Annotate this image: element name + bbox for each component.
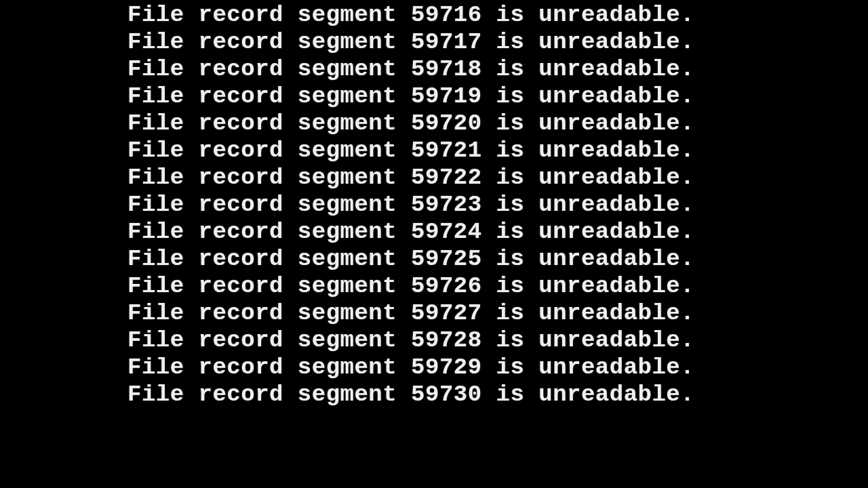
message-prefix: File record segment: [127, 219, 411, 245]
message-suffix: is unreadable.: [482, 219, 695, 245]
segment-number: 59722: [411, 165, 482, 190]
segment-number: 59723: [411, 192, 482, 218]
message-prefix: File record segment: [127, 300, 411, 326]
console-line: File record segment 59721 is unreadable.: [127, 137, 694, 164]
console-line: File record segment 59729 is unreadable.: [127, 354, 694, 381]
message-suffix: is unreadable.: [482, 83, 695, 109]
console-line: File record segment 59724 is unreadable.: [127, 218, 694, 245]
message-suffix: is unreadable.: [482, 110, 695, 136]
console-output: File record segment 59716 is unreadable.…: [0, 0, 694, 408]
message-prefix: File record segment: [127, 165, 411, 190]
console-line: File record segment 59730 is unreadable.: [127, 381, 694, 408]
console-line: File record segment 59716 is unreadable.: [127, 1, 694, 28]
console-line: File record segment 59725 is unreadable.: [127, 245, 694, 272]
segment-number: 59724: [411, 219, 482, 245]
message-suffix: is unreadable.: [482, 29, 695, 55]
message-suffix: is unreadable.: [482, 192, 695, 218]
message-prefix: File record segment: [127, 138, 411, 163]
message-suffix: is unreadable.: [482, 165, 695, 190]
segment-number: 59717: [411, 29, 482, 55]
console-line: File record segment 59720 is unreadable.: [127, 110, 694, 137]
message-suffix: is unreadable.: [482, 273, 695, 299]
message-prefix: File record segment: [127, 110, 411, 136]
console-line: File record segment 59719 is unreadable.: [127, 83, 694, 110]
message-suffix: is unreadable.: [482, 2, 695, 28]
segment-number: 59727: [411, 300, 482, 326]
message-suffix: is unreadable.: [482, 138, 695, 163]
console-line: File record segment 59722 is unreadable.: [127, 164, 694, 191]
segment-number: 59716: [411, 2, 482, 28]
console-line: File record segment 59718 is unreadable.: [127, 56, 694, 83]
message-prefix: File record segment: [127, 83, 411, 109]
message-prefix: File record segment: [127, 29, 411, 55]
console-line: File record segment 59717 is unreadable.: [127, 28, 694, 56]
message-suffix: is unreadable.: [482, 354, 695, 380]
segment-number: 59720: [411, 110, 482, 136]
segment-number: 59718: [411, 56, 482, 82]
message-suffix: is unreadable.: [482, 300, 695, 326]
message-suffix: is unreadable.: [482, 327, 695, 353]
segment-number: 59726: [411, 273, 482, 299]
message-prefix: File record segment: [127, 192, 411, 218]
message-prefix: File record segment: [127, 354, 411, 380]
console-line: File record segment 59728 is unreadable.: [127, 327, 694, 354]
segment-number: 59728: [411, 327, 482, 353]
message-suffix: is unreadable.: [482, 246, 695, 272]
segment-number: 59730: [411, 382, 482, 407]
console-line: File record segment 59726 is unreadable.: [127, 272, 694, 300]
console-line: File record segment 59723 is unreadable.: [127, 191, 694, 218]
message-prefix: File record segment: [127, 56, 411, 82]
segment-number: 59725: [411, 246, 482, 272]
segment-number: 59719: [411, 83, 482, 109]
message-prefix: File record segment: [127, 246, 411, 272]
segment-number: 59721: [411, 138, 482, 163]
message-prefix: File record segment: [127, 382, 411, 407]
message-suffix: is unreadable.: [482, 382, 695, 407]
message-prefix: File record segment: [127, 2, 411, 28]
segment-number: 59729: [411, 354, 482, 380]
console-line: File record segment 59727 is unreadable.: [127, 300, 694, 327]
message-prefix: File record segment: [127, 327, 411, 353]
message-prefix: File record segment: [127, 273, 411, 299]
message-suffix: is unreadable.: [482, 56, 695, 82]
